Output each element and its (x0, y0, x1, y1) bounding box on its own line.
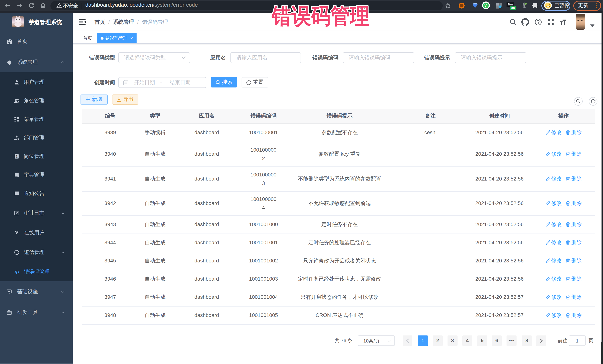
svg-text:1: 1 (16, 155, 18, 158)
